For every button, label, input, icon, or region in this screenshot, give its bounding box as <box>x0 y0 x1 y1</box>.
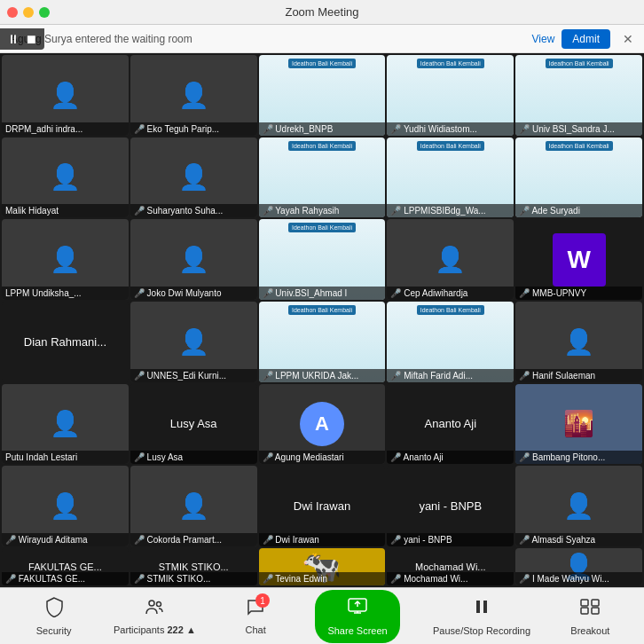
participant-cell[interactable]: Dwi Irawan 🎤 Dwi Irawan <box>259 466 386 546</box>
participant-name: 🎤 Miftah Farid Adi... <box>387 369 514 382</box>
chat-toolbar-item[interactable]: 1 Chat <box>229 597 282 635</box>
participant-name: 🎤 STMIK STIKO... <box>130 572 257 585</box>
pause-recording-icon <box>471 596 492 623</box>
participant-display-name: yani - BNPB <box>415 496 485 516</box>
window-controls[interactable] <box>7 7 50 18</box>
participant-cell[interactable]: 👤 🎤 Wirayudi Aditama <box>2 466 129 546</box>
participants-toolbar-item[interactable]: Participants 222 ▲ <box>114 597 196 635</box>
participant-cell[interactable]: Mochamad Wi... 🎤 Mochamad Wi... <box>387 548 514 585</box>
participant-cell[interactable]: Ideathon Bali Kembali 🎤 LPPM UKRIDA Jak.… <box>259 302 386 382</box>
participant-name: 🎤 yani - BNPB <box>387 533 514 546</box>
svg-rect-6 <box>592 600 599 606</box>
participant-cell[interactable]: yani - BNPB 🎤 yani - BNPB <box>387 466 514 546</box>
media-controls[interactable]: ⏸ ⏹ <box>0 28 44 50</box>
participant-name: 🎤 Agung Mediastari <box>259 451 386 464</box>
close-button[interactable] <box>7 7 18 18</box>
participant-cell[interactable]: A 🎤 Agung Mediastari <box>259 384 386 465</box>
participant-cell[interactable]: Dian Rahmani... <box>2 302 129 382</box>
notification-text: Agung Surya entered the waiting room <box>11 33 525 45</box>
participant-name: DRPM_adhi indra... <box>2 122 129 136</box>
participant-cell[interactable]: Ananto Aji 🎤 Ananto Aji <box>387 384 514 465</box>
title-bar: Zoom Meeting <box>0 0 644 25</box>
participant-name: 🎤 UNNES_Edi Kurni... <box>130 369 257 382</box>
view-link[interactable]: View <box>532 33 555 45</box>
pause-recording-toolbar-item[interactable]: Pause/Stop Recording <box>433 596 530 636</box>
breakout-toolbar-item[interactable]: Breakout <box>563 596 617 636</box>
participant-name: 🎤 Tevina Edwin <box>259 572 386 585</box>
participant-cell[interactable]: STMIK STIKO... 🎤 STMIK STIKO... <box>130 548 257 585</box>
participant-name: 🎤 LPPM UKRIDA Jak... <box>259 369 386 382</box>
security-icon <box>43 596 65 623</box>
participant-cell[interactable]: Ideathon Bali Kembali 🎤 Miftah Farid Adi… <box>387 302 514 382</box>
svg-rect-7 <box>581 608 588 614</box>
participant-name: 🎤 Suharyanto Suha... <box>130 204 257 217</box>
participant-name: 🎤 Dwi Irawan <box>259 533 386 546</box>
participant-name: 🎤 Almasdi Syahza <box>515 533 642 546</box>
participant-name: 🎤 Lusy Asa <box>130 451 257 464</box>
participant-display-name: Lusy Asa <box>167 413 221 434</box>
stop-button[interactable]: ⏹ <box>25 32 37 46</box>
participant-cell[interactable]: 👤 🎤 Almasdi Syahza <box>515 466 642 546</box>
participant-name: 🎤 LPPMISBIBdg_Wa... <box>387 204 514 217</box>
participant-cell[interactable]: 👤 🎤 I Made Wahyu Wi... <box>515 548 642 585</box>
participant-cell[interactable]: Lusy Asa 🎤 Lusy Asa <box>130 384 257 465</box>
admit-button[interactable]: Admit <box>562 29 610 49</box>
participant-name: 🎤 Yayah Rahyasih <box>259 204 386 217</box>
svg-rect-3 <box>476 601 480 613</box>
participant-cell[interactable]: 🐄 🎤 Tevina Edwin <box>259 548 386 585</box>
participant-display-name: Dwi Irawan <box>290 496 354 516</box>
participant-cell[interactable]: 👤 DRPM_adhi indra... <box>2 55 129 136</box>
participant-cell[interactable]: Ideathon Bali Kembali 🎤 Yudhi Widiastom.… <box>387 55 514 136</box>
participant-name: 🎤 Eko Teguh Parip... <box>130 122 257 136</box>
security-toolbar-item[interactable]: Security <box>27 596 81 636</box>
participant-cell[interactable]: 👤 🎤 Eko Teguh Parip... <box>130 55 257 136</box>
participant-cell[interactable]: 🌇 🎤 Bambang Pitono... <box>515 384 642 465</box>
participant-cell[interactable]: 👤 🎤 Hanif Sulaeman <box>515 302 642 382</box>
participant-name: 🎤 Yudhi Widiastom... <box>387 122 514 136</box>
participant-cell[interactable]: FAKULTAS GE... 🎤 FAKULTAS GE... <box>2 548 129 585</box>
participant-name: 🎤 Bambang Pitono... <box>515 451 642 464</box>
participant-cell[interactable]: Ideathon Bali Kembali 🎤 Udrekh_BNPB <box>259 55 386 136</box>
participant-avatar: A <box>300 402 344 446</box>
participant-cell[interactable]: 👤 🎤 Cep Adiwihardja <box>387 219 514 300</box>
participant-name: 🎤 Univ.BSI_Ahmad I <box>259 287 386 300</box>
participant-cell[interactable]: 👤 🎤 Joko Dwi Mulyanto <box>130 219 257 300</box>
pause-button[interactable]: ⏸ <box>7 32 20 46</box>
participant-cell[interactable]: 👤 Malik Hidayat <box>2 137 129 218</box>
participant-name: 🎤 Ade Suryadi <box>515 204 642 217</box>
chat-badge: 1 <box>255 593 270 608</box>
participant-cell[interactable]: 👤 LPPM Undiksha_... <box>2 219 129 300</box>
participant-cell[interactable]: 👤 🎤 UNNES_Edi Kurni... <box>130 302 257 382</box>
video-grid: 👤 DRPM_adhi indra... 👤 🎤 Eko Teguh Parip… <box>0 53 644 587</box>
participant-name: 🎤 I Made Wahyu Wi... <box>515 572 642 585</box>
participant-cell[interactable]: Ideathon Bali Kembali 🎤 Univ.BSI_Ahmad I <box>259 219 386 300</box>
maximize-button[interactable] <box>39 7 50 18</box>
pause-recording-label: Pause/Stop Recording <box>433 625 530 636</box>
chat-icon-wrap: 1 <box>245 597 266 622</box>
notification-close[interactable]: ✕ <box>623 32 633 46</box>
participant-cell[interactable]: Ideathon Bali Kembali 🎤 LPPMISBIBdg_Wa..… <box>387 137 514 218</box>
participant-name: 🎤 Wirayudi Aditama <box>2 533 129 546</box>
participant-cell[interactable]: 👤 Putu Indah Lestari <box>2 384 129 465</box>
share-screen-button[interactable]: Share Screen <box>315 590 399 643</box>
participant-cell[interactable]: Ideathon Bali Kembali 🎤 Univ BSI_Sandra … <box>515 55 642 136</box>
participant-name: 🎤 Univ BSI_Sandra J... <box>515 122 642 136</box>
participant-display-name: Dian Rahmani... <box>20 332 110 352</box>
participant-cell[interactable]: 👤 🎤 Suharyanto Suha... <box>130 137 257 218</box>
breakout-label: Breakout <box>570 625 609 636</box>
participant-cell[interactable]: Ideathon Bali Kembali 🎤 Yayah Rahyasih <box>259 137 386 218</box>
breakout-icon <box>579 596 601 623</box>
svg-point-1 <box>157 602 161 607</box>
participant-display-name: Ananto Aji <box>421 413 481 434</box>
minimize-button[interactable] <box>23 7 34 18</box>
participant-name: 🎤 FAKULTAS GE... <box>2 572 129 585</box>
participant-cell[interactable]: 👤 🎤 Cokorda Pramart... <box>130 466 257 546</box>
participant-cell[interactable]: Ideathon Bali Kembali 🎤 Ade Suryadi <box>515 137 642 218</box>
window-title: Zoom Meeting <box>285 5 358 19</box>
participant-cell[interactable]: W 🎤 MMB-UPNVY <box>515 219 642 300</box>
participant-name: LPPM Undiksha_... <box>2 287 129 300</box>
participant-name: 🎤 Cep Adiwihardja <box>387 287 514 300</box>
participant-name: 🎤 Mochamad Wi... <box>387 572 514 585</box>
participants-icon-wrap <box>144 597 165 622</box>
participant-name: 🎤 Cokorda Pramart... <box>130 533 257 546</box>
